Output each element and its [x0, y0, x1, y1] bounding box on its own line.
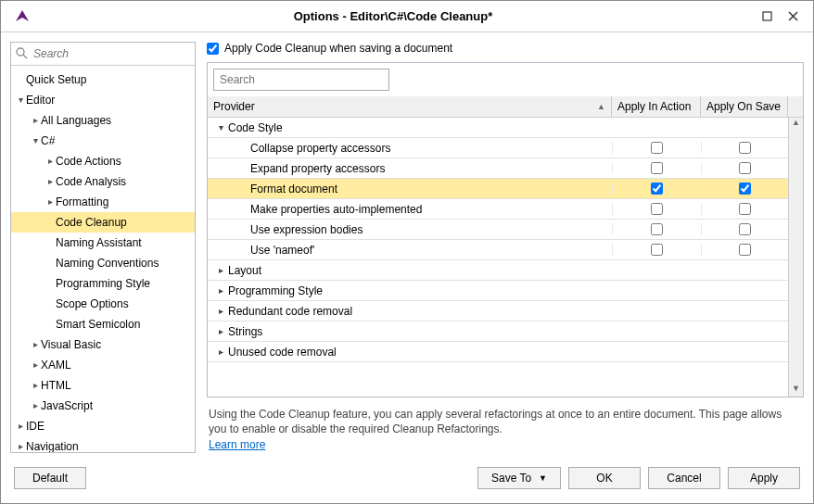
- apply-on-save-checkbox[interactable]: [739, 244, 751, 256]
- apply-on-save-checkbox[interactable]: [739, 223, 751, 235]
- tree-node[interactable]: ▸JavaScript: [11, 396, 195, 416]
- tree-node[interactable]: Quick Setup: [11, 69, 195, 90]
- provider-label: Strings: [228, 325, 262, 338]
- grid-body: ▾Code StyleCollapse property accessorsEx…: [208, 118, 803, 397]
- vertical-scrollbar[interactable]: ▲ ▼: [788, 118, 803, 397]
- scroll-down-icon[interactable]: ▼: [792, 384, 800, 397]
- provider-group-row[interactable]: ▾Code Style: [208, 118, 803, 138]
- tree-node[interactable]: ▸Navigation: [11, 436, 195, 452]
- column-apply-in-action[interactable]: Apply In Action: [612, 96, 701, 117]
- expand-icon: ▸: [45, 194, 56, 210]
- apply-on-save-checkbox[interactable]: [739, 203, 751, 215]
- sort-asc-icon: ▲: [597, 102, 605, 111]
- apply-on-save-checkbox[interactable]: [739, 162, 751, 174]
- expand-icon: ▾: [215, 122, 226, 132]
- expand-icon: ▸: [215, 326, 226, 336]
- tree-node[interactable]: Naming Conventions: [11, 253, 195, 273]
- provider-search-input[interactable]: [213, 69, 389, 91]
- apply-in-action-checkbox[interactable]: [651, 244, 663, 256]
- provider-group-row[interactable]: ▸Strings: [208, 321, 803, 342]
- provider-label: Use 'nameof': [250, 244, 314, 257]
- titlebar: Options - Editor\C#\Code Cleanup*: [1, 1, 813, 32]
- scroll-up-icon[interactable]: ▲: [792, 118, 800, 131]
- tree-node[interactable]: Programming Style: [11, 273, 195, 294]
- apply-on-save-cell: [701, 244, 788, 256]
- column-apply-on-save[interactable]: Apply On Save: [701, 96, 788, 117]
- expand-icon: ▸: [45, 153, 56, 170]
- provider-group-row[interactable]: ▸Redundant code removal: [208, 301, 803, 321]
- tree-node-label: Quick Setup: [26, 71, 86, 88]
- apply-in-action-checkbox[interactable]: [651, 223, 663, 235]
- tree-node[interactable]: ▾Editor: [11, 90, 195, 110]
- cancel-button[interactable]: Cancel: [648, 467, 720, 489]
- maximize-button[interactable]: [754, 4, 780, 30]
- default-button[interactable]: Default: [14, 467, 86, 489]
- tree-node-label: Code Cleanup: [56, 214, 127, 231]
- provider-label: Code Style: [228, 121, 283, 134]
- tree-node-label: Navigation: [26, 438, 79, 452]
- apply-in-action-checkbox[interactable]: [651, 203, 663, 215]
- tree-node[interactable]: ▸All Languages: [11, 110, 195, 131]
- apply-button[interactable]: Apply: [728, 467, 800, 489]
- expand-icon: ▸: [215, 306, 226, 316]
- app-icon: [12, 6, 32, 27]
- apply-on-save-checkbox[interactable]: [739, 183, 751, 195]
- svg-line-4: [23, 55, 27, 58]
- apply-on-save-checkbox[interactable]: [739, 142, 751, 154]
- provider-label: Use expression bodies: [250, 223, 362, 236]
- tree-node-label: Code Actions: [56, 153, 121, 170]
- provider-row[interactable]: Use expression bodies: [208, 220, 803, 240]
- apply-in-action-cell: [612, 203, 701, 215]
- provider-row[interactable]: Use 'nameof': [208, 240, 803, 260]
- tree-node[interactable]: ▸Code Actions: [11, 151, 195, 171]
- expand-icon: ▾: [15, 92, 26, 108]
- apply-in-action-checkbox[interactable]: [651, 162, 663, 174]
- provider-label: Expand property accessors: [250, 162, 385, 175]
- provider-row[interactable]: Format document: [208, 179, 803, 199]
- tree-node-label: All Languages: [41, 112, 111, 129]
- tree-node-label: Editor: [26, 92, 55, 108]
- settings-tree[interactable]: Quick Setup▾Editor▸All Languages▾C#▸Code…: [11, 66, 195, 452]
- tree-node[interactable]: Naming Assistant: [11, 233, 195, 253]
- tree-node-label: HTML: [41, 377, 71, 394]
- ok-button[interactable]: OK: [568, 467, 641, 489]
- tree-node-label: Smart Semicolon: [56, 316, 140, 333]
- provider-search-wrap: [208, 63, 803, 96]
- tree-node[interactable]: ▸Code Analysis: [11, 171, 195, 192]
- tree-node[interactable]: ▸Visual Basic: [11, 334, 195, 355]
- provider-row[interactable]: Expand property accessors: [208, 158, 803, 179]
- apply-in-action-cell: [612, 223, 701, 235]
- svg-point-3: [17, 48, 24, 56]
- provider-group-row[interactable]: ▸Unused code removal: [208, 342, 803, 362]
- tree-node[interactable]: ▾C#: [11, 131, 195, 151]
- main-panel: Apply Code Cleanup when saving a documen…: [207, 42, 804, 453]
- expand-icon: ▸: [215, 346, 226, 357]
- apply-in-action-checkbox[interactable]: [651, 142, 663, 154]
- learn-more-link[interactable]: Learn more: [209, 438, 265, 451]
- expand-icon: ▸: [15, 418, 26, 435]
- provider-label: Unused code removal: [228, 346, 337, 359]
- tree-node[interactable]: Smart Semicolon: [11, 314, 195, 334]
- provider-label: Collapse property accessors: [250, 142, 390, 155]
- apply-cleanup-on-save-checkbox[interactable]: [207, 43, 219, 55]
- apply-in-action-checkbox[interactable]: [651, 183, 663, 195]
- column-provider[interactable]: Provider ▲: [208, 96, 612, 117]
- expand-icon: ▸: [215, 265, 226, 275]
- tree-node[interactable]: ▸IDE: [11, 416, 195, 436]
- save-to-button[interactable]: Save To ▼: [477, 467, 561, 489]
- provider-group-row[interactable]: ▸Programming Style: [208, 281, 803, 301]
- tree-node[interactable]: ▸XAML: [11, 355, 195, 375]
- close-button[interactable]: [780, 4, 806, 30]
- apply-cleanup-on-save-row[interactable]: Apply Code Cleanup when saving a documen…: [207, 42, 804, 55]
- provider-group-row[interactable]: ▸Layout: [208, 260, 803, 281]
- tree-node[interactable]: Code Cleanup: [11, 212, 195, 233]
- provider-row[interactable]: Collapse property accessors: [208, 138, 803, 158]
- provider-row[interactable]: Make properties auto-implemented: [208, 199, 803, 220]
- tree-node-label: JavaScript: [41, 397, 93, 414]
- apply-in-action-cell: [612, 183, 701, 195]
- sidebar-search-input[interactable]: [11, 43, 195, 65]
- tree-node[interactable]: Scope Options: [11, 294, 195, 314]
- tree-node[interactable]: ▸HTML: [11, 375, 195, 396]
- content-area: Quick Setup▾Editor▸All Languages▾C#▸Code…: [1, 32, 813, 462]
- tree-node[interactable]: ▸Formatting: [11, 192, 195, 212]
